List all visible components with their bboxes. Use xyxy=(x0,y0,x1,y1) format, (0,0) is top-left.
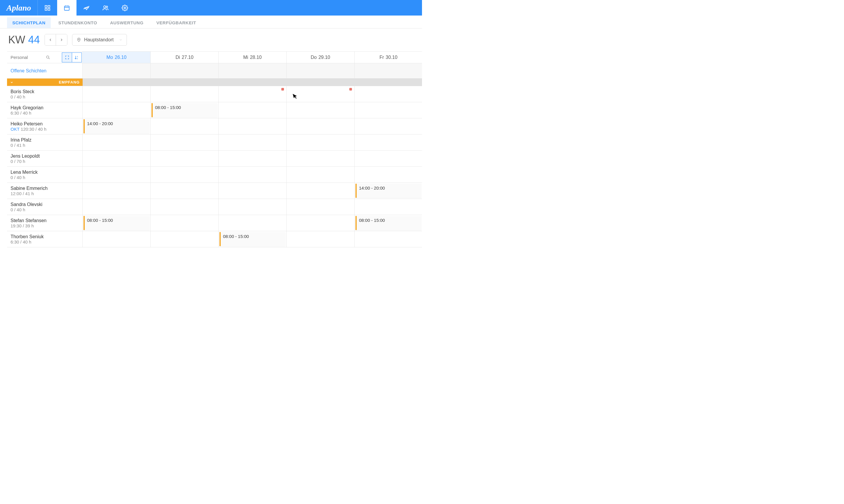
shift-card[interactable]: 08:00 - 15:00 xyxy=(151,103,217,117)
schedule-cell[interactable] xyxy=(287,215,355,231)
prev-week-button[interactable] xyxy=(45,34,56,46)
schedule-cell[interactable] xyxy=(287,150,355,166)
employee-sidebar[interactable]: Boris Steck0 / 40 h xyxy=(7,86,83,102)
schedule-cell[interactable] xyxy=(355,199,422,215)
schedule-cell[interactable] xyxy=(287,167,355,183)
tab-schichtplan[interactable]: SCHICHTPLAN xyxy=(7,17,51,28)
schedule-cell[interactable] xyxy=(287,199,355,215)
open-shift-cell[interactable] xyxy=(83,63,151,78)
nav-dashboard[interactable] xyxy=(38,0,57,16)
kw-number: 44 xyxy=(28,34,40,46)
schedule-cell[interactable]: 08:00 - 15:00 xyxy=(219,231,287,247)
day-header-fr[interactable]: Fr30.10 xyxy=(355,52,422,63)
tab-stundenkonto[interactable]: STUNDENKONTO xyxy=(53,17,102,28)
day-date: 29.10 xyxy=(319,55,330,60)
schedule-cell[interactable]: 14:00 - 20:00 xyxy=(355,183,422,199)
day-header-mi[interactable]: Mi28.10 xyxy=(219,52,287,63)
schedule-cell[interactable] xyxy=(219,183,287,199)
schedule-cell[interactable] xyxy=(287,231,355,247)
plane-icon xyxy=(83,5,89,11)
employee-sidebar[interactable]: Heiko PetersenOKT120:30 / 40 h xyxy=(7,119,83,134)
schedule-cell[interactable] xyxy=(219,119,287,134)
schedule-cell[interactable] xyxy=(151,215,219,231)
shift-card[interactable]: 14:00 - 20:00 xyxy=(84,119,149,133)
schedule-cell[interactable] xyxy=(83,199,151,215)
group-header-empfang[interactable]: EMPFANG xyxy=(7,78,83,86)
schedule-cell[interactable] xyxy=(219,167,287,183)
employee-sidebar[interactable]: Thorben Seniuk6:30 / 40 h xyxy=(7,231,83,247)
open-shift-cell[interactable] xyxy=(151,63,219,78)
schedule-cell[interactable] xyxy=(219,150,287,166)
nav-people[interactable] xyxy=(96,0,115,16)
schedule-cell[interactable] xyxy=(355,134,422,150)
schedule-cell[interactable]: 08:00 - 15:00 xyxy=(151,102,219,118)
schedule-cell[interactable]: 08:00 - 15:00 xyxy=(83,215,151,231)
schedule-cell[interactable] xyxy=(355,86,422,102)
nav-absences[interactable] xyxy=(76,0,96,16)
schedule-cell[interactable]: 14:00 - 20:00 xyxy=(83,119,151,134)
schedule-cell[interactable] xyxy=(287,86,355,102)
employee-sidebar[interactable]: Stefan Stefansen19:30 / 39 h xyxy=(7,215,83,231)
employee-sidebar[interactable]: Irina Pfalz0 / 41 h xyxy=(7,134,83,150)
employee-sidebar[interactable]: Lena Merrick0 / 40 h xyxy=(7,167,83,183)
next-week-button[interactable] xyxy=(56,34,67,46)
shift-card[interactable]: 08:00 - 15:00 xyxy=(84,216,149,230)
schedule-cell[interactable] xyxy=(83,183,151,199)
schedule-cell[interactable] xyxy=(83,231,151,247)
nav-settings[interactable] xyxy=(115,0,134,16)
schedule-cell[interactable] xyxy=(83,167,151,183)
view-toggle-group: AZ xyxy=(62,52,82,62)
sort-toggle[interactable]: AZ xyxy=(72,52,82,62)
schedule-cell[interactable] xyxy=(151,150,219,166)
shift-card[interactable]: 08:00 - 15:00 xyxy=(356,216,421,230)
schedule-cell[interactable] xyxy=(151,167,219,183)
schedule-cell[interactable] xyxy=(355,231,422,247)
day-header-do[interactable]: Do29.10 xyxy=(287,52,355,63)
day-header-di[interactable]: Di27.10 xyxy=(151,52,219,63)
employee-sidebar[interactable]: Sabine Emmerich12:00 / 41 h xyxy=(7,183,83,199)
location-select[interactable]: Hauptstandort xyxy=(72,34,127,46)
schedule-cell[interactable]: 08:00 - 15:00 xyxy=(355,215,422,231)
shift-card[interactable]: 14:00 - 20:00 xyxy=(356,184,421,198)
schedule-cell[interactable] xyxy=(151,119,219,134)
schedule-cell[interactable] xyxy=(287,102,355,118)
schedule-cell[interactable] xyxy=(151,134,219,150)
schedule-cell[interactable] xyxy=(151,183,219,199)
grid-header: AZ Mo26.10Di27.10Mi28.10Do29.10Fr30.10 xyxy=(7,52,422,63)
schedule-cell[interactable] xyxy=(287,183,355,199)
schedule-cell[interactable] xyxy=(151,199,219,215)
schedule-cell[interactable] xyxy=(287,119,355,134)
expand-toggle[interactable] xyxy=(62,52,72,62)
schedule-cell[interactable] xyxy=(219,199,287,215)
schedule-cell[interactable] xyxy=(83,150,151,166)
employee-hours: OKT120:30 / 40 h xyxy=(11,127,79,131)
search-input[interactable] xyxy=(11,55,46,60)
schedule-cell[interactable] xyxy=(83,134,151,150)
schedule-cell[interactable] xyxy=(219,102,287,118)
open-shifts-label[interactable]: Offene Schichten xyxy=(7,63,83,78)
schedule-cell[interactable] xyxy=(151,86,219,102)
open-shift-cell[interactable] xyxy=(219,63,287,78)
schedule-cell[interactable] xyxy=(83,86,151,102)
schedule-cell[interactable] xyxy=(151,231,219,247)
nav-calendar[interactable] xyxy=(57,0,76,16)
schedule-cell[interactable] xyxy=(219,86,287,102)
open-shift-cell[interactable] xyxy=(355,63,422,78)
schedule-cell[interactable] xyxy=(287,134,355,150)
schedule-cell[interactable] xyxy=(355,150,422,166)
schedule-cell[interactable] xyxy=(83,102,151,118)
employee-sidebar[interactable]: Sandra Olevski0 / 40 h xyxy=(7,199,83,215)
tab-verfuegbarkeit[interactable]: VERFÜGBARKEIT xyxy=(151,17,202,28)
shift-card[interactable]: 08:00 - 15:00 xyxy=(219,232,285,246)
search-icon[interactable] xyxy=(46,55,50,60)
schedule-cell[interactable] xyxy=(219,134,287,150)
schedule-cell[interactable] xyxy=(355,119,422,134)
schedule-cell[interactable] xyxy=(355,167,422,183)
open-shift-cell[interactable] xyxy=(287,63,355,78)
schedule-cell[interactable] xyxy=(355,102,422,118)
schedule-cell[interactable] xyxy=(219,215,287,231)
tab-auswertung[interactable]: AUSWERTUNG xyxy=(105,17,148,28)
employee-sidebar[interactable]: Hayk Gregorian6:30 / 40 h xyxy=(7,102,83,118)
day-header-mo[interactable]: Mo26.10 xyxy=(83,52,151,63)
employee-sidebar[interactable]: Jens Leopoldt0 / 70 h xyxy=(7,150,83,166)
